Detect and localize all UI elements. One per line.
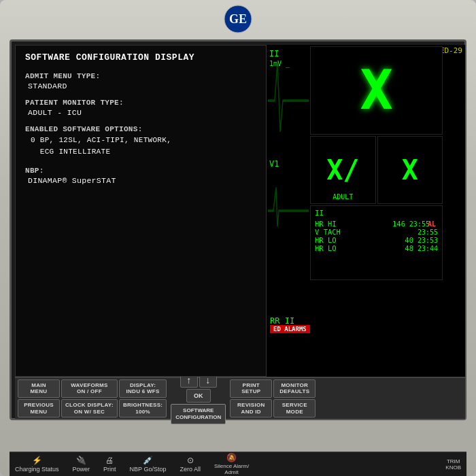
software-options-label: ENABLED SOFTWARE OPTIONS: [25, 125, 256, 133]
screen-content: SOFTWARE CONFIGURATION DISPLAY ADMIT MEN… [15, 45, 465, 419]
lead-v1-row: V1 [268, 156, 309, 265]
print-setup-button[interactable]: PRINTSETUP [230, 379, 272, 398]
svg-text:GE: GE [229, 12, 247, 26]
admit-menu-value: STANDARD [28, 82, 256, 90]
right-panels: X X/ ADULT X [310, 46, 443, 375]
waveforms-button[interactable]: WAVEFORMSON / OFF [61, 379, 118, 398]
charging-label: Charging Status [15, 466, 59, 473]
nbp-icon: 💉 [143, 456, 153, 465]
status-bar: ⚡ Charging Status 🔌 Power 🖨 Print 💉 NBP … [10, 452, 466, 476]
patient-monitor-label: PATIENT MONITOR TYPE: [25, 99, 256, 107]
admit-menu-section: ADMIT MENU TYPE: STANDARD [25, 72, 256, 90]
rr-label: RR II [270, 316, 294, 326]
main-menu-button[interactable]: MAINMENU [18, 379, 60, 398]
software-options-section: ENABLED SOFTWARE OPTIONS: 0 BP, 12SL, AC… [25, 125, 256, 157]
display-button[interactable]: DISPLAY:INDU 6 WFS [119, 379, 167, 398]
silence-alarm-label: Silence Alarm/ Admit [214, 463, 249, 475]
nbp-value: DINAMAP® SuperSTAT [28, 176, 256, 185]
btn-group-4: PRINTSETUP REVISIONAND ID [230, 379, 272, 418]
btn-group-5: MONITORDEFAULTS SERVICEMODE [273, 379, 316, 418]
btn-group-3: DISPLAY:INDU 6 WFS BRIGHTNESS:100% [119, 379, 167, 418]
previous-menu-button[interactable]: PREVIOUSMENU [18, 399, 60, 418]
lead-ii-row: II 1mV _ [268, 46, 309, 155]
hr-lo-label: HR LO [315, 236, 392, 244]
power-item: 🔌 Power [73, 456, 90, 473]
nbp-go-stop-button[interactable]: 💉 NBP Go/Stop [130, 456, 167, 473]
hr-lo2-time: 23:44 [413, 245, 438, 252]
hr-lo2-row: HR LO 48 23:44 [315, 244, 438, 252]
middle-panels: X/ ADULT X [310, 136, 443, 204]
patient-monitor-value: ADULT - ICU [28, 108, 256, 117]
btn-group-2: WAVEFORMSON / OFF CLOCK DISPLAY:ON W/ SE… [61, 379, 118, 418]
ed-room-label: ED-29 [440, 46, 462, 55]
trim-knob-item: TRIM KNOB [445, 458, 461, 471]
lead-ii-waveform-svg [268, 46, 309, 155]
print-icon: 🖨 [105, 456, 114, 465]
x-display-large: X [311, 47, 442, 134]
config-panel-title: SOFTWARE CONFIGURATION DISPLAY [25, 52, 256, 63]
hr-lo2-value: 48 [392, 244, 413, 252]
ed-alarm-bar: ED ALARMS [270, 325, 310, 333]
x-marker-right: X [402, 156, 418, 184]
button-bar: MAINMENU PREVIOUSMENU WAVEFORMSON / OFF … [15, 377, 465, 419]
lead-v1-waveform-svg [268, 156, 309, 265]
ge-logo-area: GE [223, 4, 253, 34]
ii-header: II [315, 209, 438, 218]
trim-knob-label: TRIM KNOB [445, 458, 461, 471]
adult-label: ADULT [333, 193, 353, 201]
print-button[interactable]: 🖨 Print [103, 456, 116, 473]
alarm-data-panel: II HR HI 146 23:55 AL V [310, 205, 443, 280]
hr-hi-time: 23:55 [405, 220, 430, 228]
zero-all-button[interactable]: ⊙ Zero All [180, 456, 201, 473]
charging-status-item: ⚡ Charging Status [15, 456, 59, 473]
config-panel: SOFTWARE CONFIGURATION DISPLAY ADMIT MEN… [15, 45, 267, 377]
ok-button[interactable]: OK [186, 389, 211, 403]
silence-alarm-button[interactable]: 🔕 Silence Alarm/ Admit [214, 453, 249, 475]
hr-hi-row: HR HI 146 23:55 AL [315, 220, 438, 228]
service-mode-button[interactable]: SERVICEMODE [273, 399, 316, 418]
zero-icon: ⊙ [187, 456, 194, 465]
zero-all-label: Zero All [180, 466, 201, 473]
monitor-outer: GE SOFTWARE CONFIGURATION DISPLAY ADMIT … [0, 0, 476, 476]
software-options-value: 0 BP, 12SL, ACI-TIPI, NETWORK, ECG INTEL… [31, 135, 256, 157]
nbp-go-stop-label: NBP Go/Stop [130, 466, 167, 473]
ok-area: ↑ ↓ OK SOFTWARECONFIGURATION [171, 373, 226, 425]
admit-menu-label: ADMIT MENU TYPE: [25, 72, 256, 80]
print-label: Print [103, 466, 116, 473]
hr-hi-value: 146 [384, 220, 405, 228]
middle-right-panel: X [377, 136, 443, 204]
screen-bezel: SOFTWARE CONFIGURATION DISPLAY ADMIT MEN… [10, 39, 466, 420]
clock-display-button[interactable]: CLOCK DISPLAY:ON W/ SEC [61, 399, 118, 418]
ge-logo-icon: GE [223, 4, 253, 34]
vtach-row: V TACH 23:55 [315, 228, 438, 236]
hr-lo2-label: HR LO [315, 244, 392, 252]
display-area: SOFTWARE CONFIGURATION DISPLAY ADMIT MEN… [15, 45, 465, 377]
x-giant-icon: X [360, 63, 392, 118]
rr-ii-row: RR II [268, 267, 309, 375]
hr-lo-row: HR LO 40 23:53 [315, 236, 438, 244]
silence-icon: 🔕 [226, 453, 237, 462]
hr-hi-label: HR HI [315, 220, 384, 228]
alert-badge: AL [428, 220, 436, 228]
nbp-label: NBP: [25, 167, 256, 175]
revision-id-button[interactable]: REVISIONAND ID [230, 399, 272, 418]
large-x-panel: X [310, 46, 443, 135]
charging-icon: ⚡ [32, 456, 42, 465]
hr-lo-value: 40 [392, 236, 413, 244]
monitor-defaults-button[interactable]: MONITORDEFAULTS [273, 379, 316, 398]
x-marker-left: X/ [326, 156, 359, 184]
btn-group-1: MAINMENU PREVIOUSMENU [18, 379, 60, 418]
vtach-time: 23:55 [413, 228, 438, 236]
vtach-label: V TACH [315, 228, 413, 236]
patient-monitor-section: PATIENT MONITOR TYPE: ADULT - ICU [25, 99, 256, 117]
power-icon: 🔌 [76, 456, 86, 465]
hr-lo-time: 23:53 [413, 237, 438, 244]
power-label: Power [73, 466, 90, 473]
right-area: ED-29 II 1mV _ [267, 45, 465, 377]
software-config-button[interactable]: SOFTWARECONFIGURATION [171, 404, 226, 425]
brightness-button[interactable]: BRIGHTNESS:100% [119, 399, 167, 418]
middle-left-panel: X/ ADULT [310, 136, 376, 204]
nbp-section: NBP: DINAMAP® SuperSTAT [25, 167, 256, 185]
